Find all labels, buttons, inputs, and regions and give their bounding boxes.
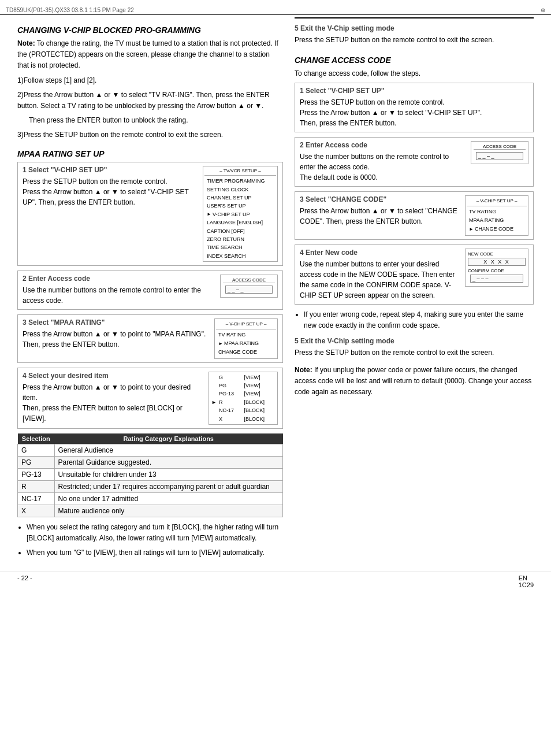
file-info: TD859UK(P01-35).QX33 03.8.1 1:15 PM Page… — [6, 7, 134, 13]
ca-menu3-tv: TV RATING — [467, 207, 527, 216]
ca-step2-text: Use the number buttons on the remote con… — [300, 151, 466, 183]
ca-access-code-label: ACCESS CODE — [474, 144, 526, 150]
page-circle: ⊕ — [541, 7, 545, 13]
col-selection: Selection — [18, 433, 55, 444]
bullet-block: When you select the rating category and … — [27, 522, 283, 544]
ca-access-code-input: _ _ – _ — [476, 152, 523, 160]
page-container: TD859UK(P01-35).QX33 03.8.1 1:15 PM Page… — [0, 0, 551, 756]
ca-step4-text: Use the number buttons to enter your des… — [300, 259, 460, 301]
ca-step4-bullet-list: If you enter wrong code, repeat step 4, … — [295, 309, 534, 331]
ca-step3-box: 3 Select "CHANGE CODE" Press the Arrow b… — [295, 191, 534, 239]
mpaa-menu1-title: – TV/VCR SETUP – — [204, 168, 276, 176]
note-label: Note: — [17, 39, 35, 47]
rating-arrow-r: ► — [210, 398, 218, 406]
ca-step2-header: 2 Enter Access code — [300, 141, 466, 149]
mpaa-step3-content: 3 Select "MPAA RATING" Press the Arrow b… — [23, 318, 210, 350]
ca-step4-header: 4 Enter New code — [300, 249, 460, 257]
row-pg13-sel: PG-13 — [18, 469, 55, 481]
rating-g-action: [VIEW] — [243, 373, 276, 381]
mpaa-step3-text: Press the Arrow button ▲ or ▼ to point t… — [23, 329, 210, 350]
mpaa-step5-content: 5 Exit the V-Chip setting mode Press the… — [295, 24, 534, 45]
note-text: To change the rating, the TV must be tur… — [17, 39, 278, 69]
new-code-box: NEW CODE X X X X CONFIRM CODE _ – – – — [465, 249, 528, 287]
ca-step4-content: 4 Enter New code Use the number buttons … — [300, 249, 460, 301]
mpaa-step5-section: 5 Exit the V-Chip setting mode Press the… — [295, 17, 534, 47]
rating-arrow-pg — [210, 381, 218, 390]
confirm-code-input: _ – – – — [470, 275, 523, 283]
footer: - 22 - EN 1C29 — [0, 572, 551, 591]
row-pg-exp: Parental Guidance suggested. — [54, 457, 282, 469]
rating-g: G — [218, 373, 243, 381]
rating-table: Selection Rating Category Explanations G… — [17, 433, 283, 517]
step-enter: Then press the ENTER button to unblock t… — [29, 115, 283, 126]
rating-x-action: [BLOCK] — [243, 415, 276, 423]
ca-note-text: If you unplug the power code or power fa… — [295, 366, 531, 396]
mpaa-menu1: – TV/VCR SETUP – TIMER PROGRAMMING SETTI… — [203, 166, 278, 262]
menu-item-users: USER'S SET UP — [204, 202, 276, 210]
ca-step4-bullet: If you enter wrong code, repeat step 4, … — [304, 309, 534, 331]
mpaa-step1-box: 1 Select "V-CHIP SET UP" Press the SETUP… — [17, 162, 283, 266]
section-changing-title: CHANGING V-CHIP BLOCKED PRO-GRAMMING — [17, 25, 283, 35]
ca-step1-box: 1 Select "V-CHIP SET UP" Press the SETUP… — [295, 83, 534, 132]
table-row: NC-17 No one under 17 admitted — [18, 493, 283, 505]
mpaa-step4-header: 4 Select your desired item — [23, 372, 204, 380]
mpaa-menu3-change: CHANGE CODE — [216, 348, 276, 357]
row-nc17-sel: NC-17 — [18, 493, 55, 505]
row-pg-sel: PG — [18, 457, 55, 469]
mpaa-step3-box: 3 Select "MPAA RATING" Press the Arrow b… — [17, 314, 283, 362]
left-column: CHANGING V-CHIP BLOCKED PRO-GRAMMING Not… — [17, 17, 283, 562]
menu-item-caption: CAPTION [OFF] — [204, 227, 276, 235]
ca-step4-box: 4 Enter New code Use the number buttons … — [295, 244, 534, 305]
right-column: 5 Exit the V-Chip setting mode Press the… — [295, 17, 534, 562]
menu-item-clock: SETTING CLOCK — [204, 186, 276, 194]
menu-item-vchip: V-CHIP SET UP — [204, 210, 276, 218]
ca-note: Note: If you unplug the power code or po… — [295, 365, 534, 398]
ca-step5-content: 5 Exit the V-Chip setting mode Press the… — [295, 337, 534, 358]
rating-arrow-pg13 — [210, 390, 218, 398]
rating-pg13: PG-13 — [218, 390, 243, 398]
ca-step1-text: Press the SETUP button on the remote con… — [300, 97, 528, 128]
rating-row-r: ► R [BLOCK] — [210, 398, 276, 406]
row-r-sel: R — [18, 481, 55, 493]
ca-step1-header: 1 Select "V-CHIP SET UP" — [300, 87, 528, 95]
section-mpaa: MPAA RATING SET UP 1 Select "V-CHIP SET … — [17, 149, 283, 559]
rating-arrow-nc17 — [210, 406, 218, 414]
ca-menu3-change: CHANGE CODE — [467, 225, 527, 234]
row-pg13-exp: Unsuitable for children under 13 — [54, 469, 282, 481]
mpaa-step5-header: 5 Exit the V-Chip setting mode — [295, 24, 534, 32]
row-x-exp: Mature audience only — [54, 505, 282, 517]
footer-lang: EN — [519, 575, 527, 581]
rating-arrow-g — [210, 373, 218, 381]
ca-menu3: – V-CHIP SET UP – TV RATING MPAA RATING … — [465, 195, 528, 235]
row-g-exp: General Audience — [54, 444, 282, 457]
ca-note-label: Note: — [295, 366, 312, 374]
rating-table-header-row: Selection Rating Category Explanations — [18, 433, 283, 444]
change-access-section: CHANGE ACCESS CODE To change access code… — [295, 55, 534, 398]
mpaa-menu3-tv: TV RATING — [216, 331, 276, 339]
bullet-view: When you turn "G" to [VIEW], then all ra… — [27, 547, 283, 558]
rating-row-pg: PG [VIEW] — [210, 381, 276, 390]
table-row: X Mature audience only — [18, 505, 283, 517]
ca-step2-box: 2 Enter Access code Use the number butto… — [295, 137, 534, 187]
rating-select-box: G [VIEW] PG [VIEW] PG-13 [ — [209, 372, 278, 425]
new-code-label: NEW CODE — [468, 251, 526, 257]
mpaa-access-code-box: ACCESS CODE _ _ – _ — [220, 275, 278, 298]
menu-item-timer: TIMER PROGRAMMING — [204, 177, 276, 185]
section-changing-note: Note: To change the rating, the TV must … — [17, 38, 283, 72]
mpaa-step2-box: 2 Enter Access code Use the number butto… — [17, 270, 283, 310]
rating-x: X — [218, 415, 243, 423]
table-row: PG Parental Guidance suggested. — [18, 457, 283, 469]
confirm-code-value: _ – – – — [472, 276, 489, 281]
rating-pg-action: [VIEW] — [243, 381, 276, 390]
rating-row-pg13: PG-13 [VIEW] — [210, 390, 276, 398]
mpaa-step4-text: Press the Arrow button ▲ or ▼ to point t… — [23, 382, 204, 424]
rating-pg13-action: [VIEW] — [243, 390, 276, 398]
ca-step1-content: 1 Select "V-CHIP SET UP" Press the SETUP… — [300, 87, 528, 128]
header-bar: TD859UK(P01-35).QX33 03.8.1 1:15 PM Page… — [0, 6, 551, 15]
footer-right: EN 1C29 — [519, 575, 534, 588]
ca-access-code-box: ACCESS CODE _ _ – _ — [471, 141, 528, 164]
ca-step5-header: 5 Exit the V-Chip setting mode — [295, 337, 534, 345]
step-arrow-press: 2)Press the Arrow button ▲ or ▼ to selec… — [17, 90, 283, 112]
mpaa-step5-box: 5 Exit the V-Chip setting mode Press the… — [295, 22, 534, 47]
mpaa-access-code-label: ACCESS CODE — [223, 277, 275, 283]
